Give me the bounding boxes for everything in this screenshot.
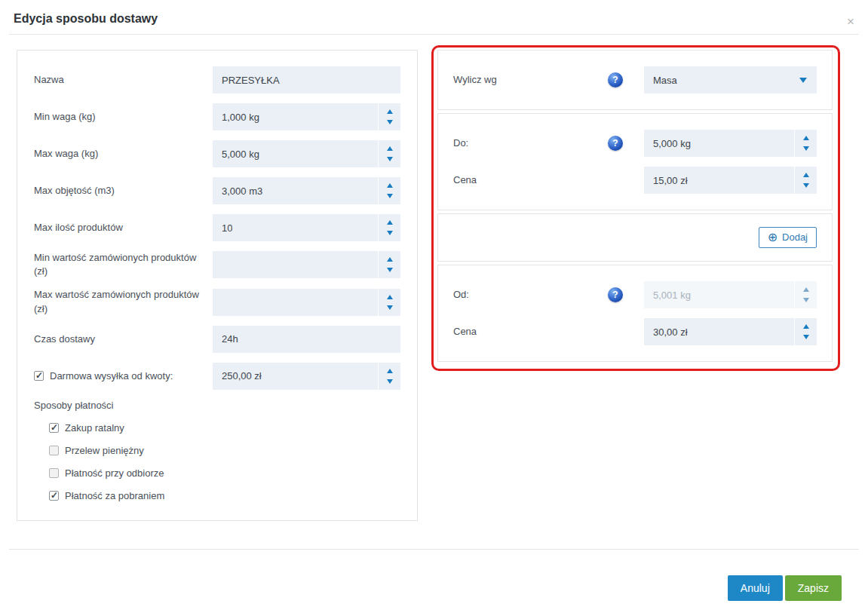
add-tier-button-label: Dodaj [782,231,808,243]
spinner-up-icon[interactable] [387,220,393,225]
payment-option: Płatność za pobraniem [49,490,400,501]
nazwa-input[interactable]: PRZESYŁKA [213,66,400,93]
cena2-label: Cena [453,325,644,339]
od-label: Od: [453,288,608,302]
czas-dostawy-label: Czas dostawy [34,333,213,346]
payment-option: Zakup ratalny [49,422,400,434]
spinner-down-icon[interactable] [387,231,393,235]
wylicz-wg-section: Wylicz wg ? Masa [437,50,833,110]
payment-checkbox-zakup-ratalny[interactable] [49,423,59,433]
min-wartosc-input[interactable] [213,251,400,278]
form-row: Min wartość zamówionych produktów (zł) [34,251,400,278]
dialog-body: Nazwa PRZESYŁKA Min waga (kg) 1,000 kg M… [0,35,868,521]
min-wartosc-label: Min wartość zamówionych produktów (zł) [34,251,213,278]
cena1-value: 15,00 zł [653,175,688,186]
payment-label: Płatność przy odbiorze [65,467,164,479]
min-waga-stepper[interactable] [378,103,400,130]
cena2-stepper[interactable] [794,318,817,345]
payment-checkbox-przelew[interactable] [49,446,59,455]
spinner-up-icon[interactable] [803,324,809,329]
spinner-down-icon[interactable] [387,379,393,384]
darmowa-stepper[interactable] [378,363,400,390]
do-stepper[interactable] [794,130,817,157]
od-stepper[interactable] [794,281,817,308]
nazwa-value: PRZESYŁKA [222,75,280,86]
max-waga-input[interactable]: 5,000 kg [213,140,400,167]
form-row: Czas dostawy 24h [34,326,400,353]
min-waga-input[interactable]: 1,000 kg [213,103,400,130]
form-row: Max ilość produktów 10 [34,214,400,241]
max-wartosc-label: Max wartość zamówionych produktów (zł) [34,288,213,315]
max-objetosc-stepper[interactable] [378,177,400,204]
do-value: 5,000 kg [653,138,691,149]
save-button[interactable]: Zapisz [785,575,842,601]
max-wartosc-input[interactable] [213,289,400,316]
nazwa-label: Nazwa [34,73,213,87]
spinner-down-icon[interactable] [387,305,393,310]
max-ilosc-input[interactable]: 10 [213,214,400,241]
spinner-down-icon[interactable] [803,183,809,188]
spinner-up-icon[interactable] [387,109,393,114]
wylicz-wg-label: Wylicz wg [453,73,608,87]
cancel-button[interactable]: Anuluj [728,575,783,601]
help-icon[interactable]: ? [608,287,623,302]
darmowa-checkbox[interactable] [34,371,44,381]
form-row: Wylicz wg ? Masa [453,66,817,93]
wylicz-wg-select[interactable]: Masa [644,66,817,93]
do-label: Do: [453,136,608,150]
spinner-up-icon[interactable] [387,295,393,299]
wylicz-wg-value: Masa [653,75,677,86]
spinner-up-icon[interactable] [803,136,809,140]
spinner-down-icon[interactable] [803,298,809,302]
darmowa-label: Darmowa wysyłka od kwoty: [50,369,182,383]
darmowa-input[interactable]: 250,00 zł [213,363,400,390]
spinner-down-icon[interactable] [803,335,809,339]
spinner-down-icon[interactable] [387,268,393,272]
payment-label: Płatność za pobraniem [65,490,164,501]
do-input[interactable]: 5,000 kg [644,130,817,157]
cena2-input[interactable]: 30,00 zł [644,318,817,345]
add-tier-button[interactable]: ⊕ Dodaj [759,227,817,248]
spinner-down-icon[interactable] [803,146,809,151]
payment-checkbox-przy-odbiorze[interactable] [49,468,59,478]
spinner-up-icon[interactable] [387,146,393,151]
spinner-down-icon[interactable] [387,194,393,198]
cena1-input[interactable]: 15,00 zł [644,167,817,194]
form-row: Nazwa PRZESYŁKA [34,66,400,93]
max-waga-stepper[interactable] [378,140,400,167]
czas-dostawy-input[interactable]: 24h [213,326,400,353]
max-objetosc-input[interactable]: 3,000 m3 [213,177,400,204]
help-icon[interactable]: ? [608,72,623,87]
payment-checkbox-za-pobraniem[interactable] [49,491,59,501]
form-row: Max waga (kg) 5,000 kg [34,140,400,167]
payment-label: Przelew pieniężny [65,445,144,456]
help-icon[interactable]: ? [608,136,623,151]
spinner-up-icon[interactable] [803,173,809,177]
spinner-up-icon[interactable] [387,183,393,188]
spinner-down-icon[interactable] [387,120,393,124]
footer-buttons: Anuluj Zapisz [9,550,859,601]
footer: Anuluj Zapisz [9,549,859,601]
czas-dostawy-value: 24h [222,333,238,345]
spinner-up-icon[interactable] [387,257,393,262]
spinner-down-icon[interactable] [387,157,393,161]
form-row: Do: ? 5,000 kg [453,130,817,157]
max-ilosc-stepper[interactable] [378,214,400,241]
close-icon[interactable]: × [847,15,854,28]
cena1-label: Cena [453,173,644,187]
cena2-value: 30,00 zł [653,326,688,338]
spinner-up-icon[interactable] [803,287,809,292]
add-tier-section: ⊕ Dodaj [437,213,833,262]
payment-option: Przelew pieniężny [49,445,400,456]
payment-label: Zakup ratalny [65,422,124,434]
max-waga-value: 5,000 kg [222,149,259,160]
spinner-up-icon[interactable] [387,369,393,373]
min-wartosc-stepper[interactable] [378,251,400,278]
max-objetosc-label: Max objętość (m3) [34,184,213,198]
cena1-stepper[interactable] [794,167,817,194]
max-ilosc-label: Max ilość produktów [34,221,213,234]
od-value: 5,001 kg [653,290,691,301]
pricing-panel: Wylicz wg ? Masa Do: ? 5,000 kg [437,50,833,365]
max-wartosc-stepper[interactable] [378,289,400,316]
form-row: Od: ? 5,001 kg [453,281,817,308]
